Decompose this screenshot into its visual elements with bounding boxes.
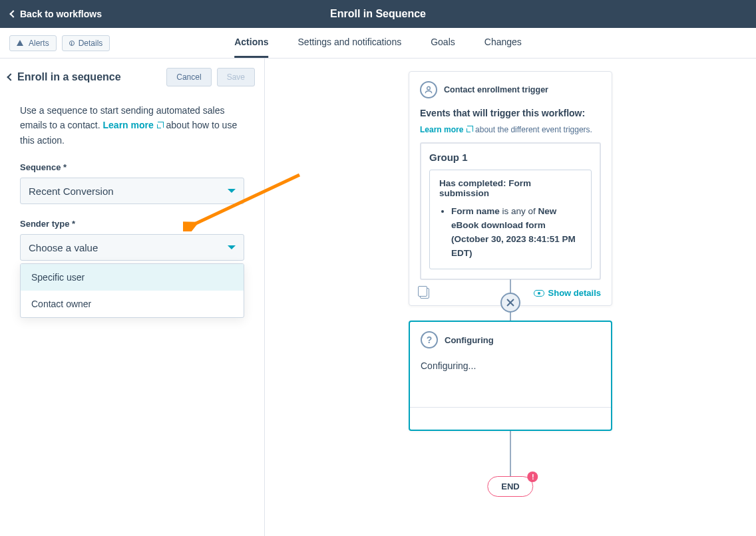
details-button[interactable]: i Details: [62, 35, 110, 51]
end-node[interactable]: END !: [487, 476, 533, 497]
sender-type-select[interactable]: Choose a value: [20, 234, 244, 261]
tab-actions[interactable]: Actions: [234, 28, 268, 58]
external-link-icon: [158, 122, 164, 128]
alert-icon: [17, 40, 23, 46]
workflow-canvas[interactable]: Contact enrollment trigger Events that w…: [265, 59, 756, 536]
alerts-button[interactable]: Alerts: [9, 35, 57, 51]
panel-description: Use a sequence to start sending automate…: [20, 103, 244, 148]
option-contact-owner[interactable]: Contact owner: [21, 291, 244, 317]
external-link-icon: [467, 126, 473, 132]
clipboard-icon[interactable]: [420, 288, 429, 299]
rule-title: Has completed: Form submission: [439, 178, 582, 198]
back-to-workflows-link[interactable]: Back to workflows: [11, 9, 102, 19]
learn-more-link[interactable]: Learn more: [103, 120, 164, 130]
question-icon: ?: [421, 331, 438, 348]
sequence-label: Sequence *: [20, 162, 244, 172]
sequence-value: Recent Conversion: [29, 186, 114, 197]
details-label: Details: [79, 39, 103, 48]
configuring-title: Configuring: [445, 335, 494, 345]
chevron-down-icon: [228, 189, 236, 193]
contact-icon: [420, 81, 437, 98]
rule-detail: Form name is any of New eBook download f…: [439, 205, 582, 261]
cancel-button[interactable]: Cancel: [166, 68, 211, 86]
sub-bar: Alerts i Details Actions Settings and no…: [0, 28, 756, 59]
configuring-text: Configuring...: [421, 360, 600, 371]
side-panel: Enroll in a sequence Cancel Save Use a s…: [0, 59, 265, 536]
chevron-down-icon: [228, 245, 236, 249]
svg-point-0: [427, 86, 431, 90]
panel-back-icon[interactable]: [7, 73, 14, 80]
configuring-card[interactable]: ? Configuring Configuring...: [409, 321, 612, 431]
back-label: Back to workflows: [20, 9, 102, 19]
trigger-group: Group 1 Has completed: Form submission F…: [420, 142, 601, 280]
trigger-card[interactable]: Contact enrollment trigger Events that w…: [409, 71, 612, 306]
sender-type-label: Sender type *: [20, 219, 244, 229]
tab-settings[interactable]: Settings and notifications: [298, 28, 402, 58]
configuring-footer: [410, 407, 611, 430]
sender-type-dropdown: Specific user Contact owner: [20, 263, 244, 318]
save-button: Save: [217, 68, 255, 86]
show-details-link[interactable]: Show details: [534, 288, 601, 298]
connector-line: [510, 431, 511, 476]
trigger-learn-more-link[interactable]: Learn more: [420, 125, 473, 134]
sequence-select[interactable]: Recent Conversion: [20, 178, 244, 204]
trigger-subheading: Events that will trigger this workflow:: [420, 108, 601, 118]
page-title: Enroll in Sequence: [330, 8, 426, 20]
alert-badge: !: [528, 471, 538, 482]
option-specific-user[interactable]: Specific user: [21, 264, 244, 291]
tab-row: Actions Settings and notifications Goals…: [234, 28, 522, 58]
trigger-heading: Contact enrollment trigger: [444, 85, 548, 94]
trigger-rule[interactable]: Has completed: Form submission Form name…: [429, 170, 592, 269]
top-bar: Back to workflows Enroll in Sequence: [0, 0, 756, 28]
eye-icon: [534, 290, 544, 297]
panel-title: Enroll in a sequence: [17, 71, 121, 83]
sender-type-value: Choose a value: [29, 242, 98, 253]
tab-changes[interactable]: Changes: [484, 28, 522, 58]
group-title: Group 1: [429, 152, 592, 163]
alerts-label: Alerts: [29, 39, 49, 48]
add-action-button[interactable]: [500, 293, 520, 313]
chevron-left-icon: [9, 10, 17, 17]
tab-goals[interactable]: Goals: [431, 28, 455, 58]
